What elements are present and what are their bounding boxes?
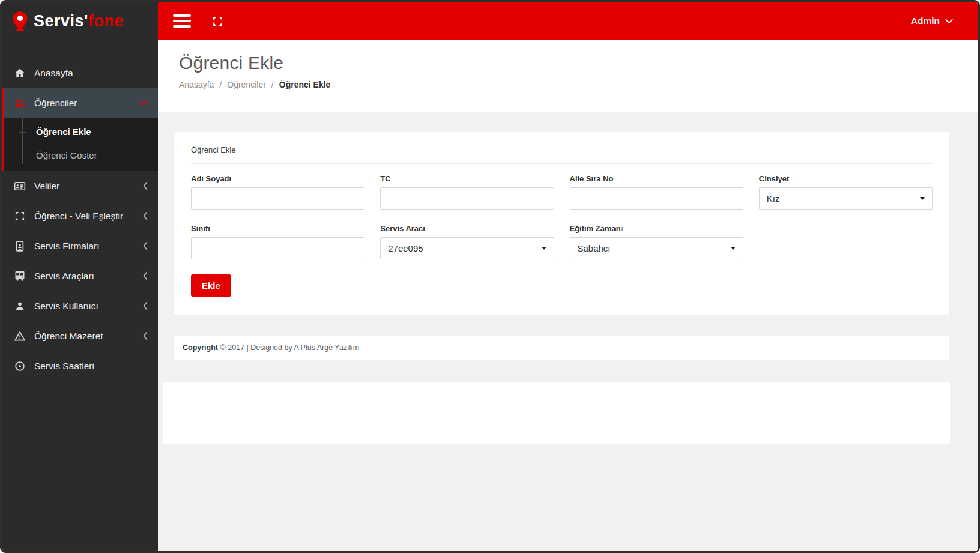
- map-pin-icon: [12, 11, 28, 31]
- form-card-title: Öğrenci Ekle: [191, 132, 933, 164]
- sidebar-item-ogrenci-mazeret[interactable]: Öğrenci Mazeret: [2, 321, 158, 351]
- brand-name: Servis'fone: [34, 12, 124, 31]
- field-aile-sira-no: Aile Sıra No: [570, 174, 743, 210]
- dropdown-arrow-icon: [542, 247, 546, 250]
- copyright-bold: Copyright: [183, 343, 218, 352]
- sidebar-toggle-button[interactable]: [172, 9, 192, 33]
- sidebar-item-servis-saatleri[interactable]: Servis Saatleri: [2, 351, 158, 381]
- chevron-left-icon: [142, 241, 148, 251]
- brand-logo[interactable]: Servis'fone: [2, 2, 158, 40]
- chevron-left-icon: [142, 301, 148, 311]
- field-tc: TC: [380, 174, 554, 210]
- chevron-left-icon: [142, 331, 148, 341]
- input-adi-soyadi[interactable]: [191, 187, 364, 210]
- sidebar-item-veliler[interactable]: Veliler: [2, 171, 158, 201]
- breadcrumb-current: Öğrenci Ekle: [279, 80, 331, 89]
- select-cinsiyet[interactable]: Kız: [759, 187, 933, 210]
- sidebar-item-servis-firmalari[interactable]: Servis Firmaları: [2, 231, 158, 261]
- sidebar-item-ogrenci-goster[interactable]: Öğrenci Göster: [4, 144, 158, 167]
- chevron-left-icon: [142, 271, 148, 281]
- sidebar-item-ogrenci-ekle[interactable]: Öğrenci Ekle: [4, 120, 158, 144]
- breadcrumb-anasayfa[interactable]: Anasayfa: [179, 80, 214, 89]
- content-area: Öğrenci Ekle Anasayfa / Öğrenciler / Öğr…: [158, 40, 978, 551]
- field-sinifi: Sınıfı: [191, 224, 364, 259]
- sidebar: Servis'fone Anasayfa: [2, 2, 158, 551]
- chevron-down-icon: [945, 19, 953, 24]
- sidebar-item-anasayfa[interactable]: Anasayfa: [2, 58, 158, 88]
- bus-icon: [14, 270, 26, 282]
- chevron-left-icon: [142, 181, 148, 191]
- form-card-body: Adı Soyadı TC Aile Sıra No Cinsiyet: [174, 164, 949, 315]
- dropdown-arrow-icon: [731, 247, 736, 250]
- page-footer: Copyright © 2017 | Designed by A Plus Ar…: [174, 336, 949, 360]
- clock-icon: [14, 360, 26, 372]
- sidebar-item-servis-kullanici[interactable]: Servis Kullanıcı: [2, 291, 158, 321]
- address-card-icon: [14, 240, 26, 252]
- input-sinifi[interactable]: [191, 237, 364, 259]
- field-cinsiyet: Cinsiyet Kız: [759, 174, 933, 210]
- topbar: Admin: [158, 2, 978, 40]
- fullscreen-icon: [211, 15, 224, 28]
- user-icon: [14, 300, 26, 312]
- user-menu[interactable]: Admin: [911, 16, 953, 26]
- ekle-button[interactable]: Ekle: [191, 274, 231, 297]
- copyright-text: © 2017 | Designed by A Plus Arge Yazılım: [218, 343, 359, 352]
- empty-content-block: [163, 382, 950, 444]
- input-tc[interactable]: [380, 187, 554, 210]
- app-window: Servis'fone Anasayfa: [0, 0, 980, 553]
- page-header: Öğrenci Ekle Anasayfa / Öğrenciler / Öğr…: [158, 40, 978, 112]
- chevron-left-icon: [142, 211, 148, 221]
- field-egitim-zamani: Eğitim Zamanı Sabahcı: [570, 224, 743, 259]
- page-title: Öğrenci Ekle: [179, 53, 960, 73]
- id-card-icon: [14, 180, 26, 192]
- sidebar-menu: Anasayfa Öğrenciler: [2, 40, 158, 381]
- user-label: Admin: [911, 16, 940, 26]
- breadcrumb: Anasayfa / Öğrenciler / Öğrenci Ekle: [179, 80, 960, 89]
- field-adi-soyadi: Adı Soyadı: [191, 174, 364, 210]
- warning-icon: [14, 330, 26, 342]
- form-grid: Adı Soyadı TC Aile Sıra No Cinsiyet: [191, 174, 933, 259]
- arrows-icon: [14, 210, 26, 222]
- empty-grid-cell: [759, 224, 933, 259]
- dropdown-arrow-icon: [920, 197, 925, 200]
- sidebar-item-servis-araclari[interactable]: Servis Araçları: [2, 261, 158, 291]
- users-icon: [14, 97, 26, 109]
- field-servis-araci: Servis Aracı 27ee095: [380, 224, 554, 259]
- fullscreen-button[interactable]: [211, 15, 224, 28]
- sidebar-active-tree: Öğrenciler Öğrenci Ekle Öğrenci Göster: [2, 88, 158, 171]
- breadcrumb-ogrenciler[interactable]: Öğrenciler: [227, 80, 266, 89]
- sidebar-submenu-ogrenciler: Öğrenci Ekle Öğrenci Göster: [4, 118, 158, 171]
- chevron-down-icon: [139, 100, 148, 106]
- select-egitim-zamani[interactable]: Sabahcı: [570, 237, 743, 259]
- input-aile-sira-no[interactable]: [570, 187, 743, 210]
- sidebar-item-ogrenci-veli-eslestir[interactable]: Öğrenci - Veli Eşleştir: [2, 201, 158, 231]
- hamburger-icon: [173, 14, 191, 17]
- home-icon: [14, 67, 26, 79]
- sidebar-item-ogrenciler[interactable]: Öğrenciler: [4, 88, 158, 118]
- form-card: Öğrenci Ekle Adı Soyadı TC Aile Sıra No: [174, 132, 949, 315]
- select-servis-araci[interactable]: 27ee095: [380, 237, 554, 259]
